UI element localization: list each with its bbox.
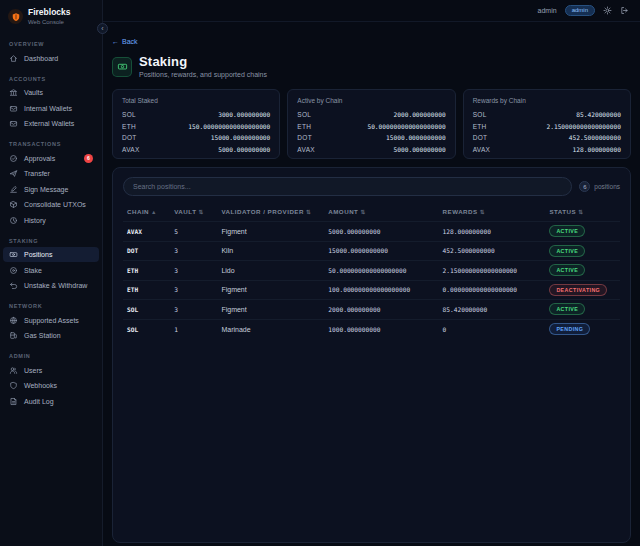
positions-count-badge: 6: [579, 181, 590, 192]
amount-cell: 5000.000000000: [324, 222, 438, 242]
search-row: 6 positions: [123, 177, 620, 196]
position-row[interactable]: DOT 3 Kiln 15000.0000000000 452.50000000…: [123, 241, 620, 261]
sidebar-item-external-wallets[interactable]: External Wallets: [3, 116, 99, 132]
sidebar-section-label: ADMIN: [0, 349, 102, 362]
shield-icon: [9, 381, 18, 390]
card-title: Total Staked: [122, 97, 270, 104]
sidebar-item-vaults[interactable]: Vaults: [3, 85, 99, 101]
sort-icon: ⇅: [578, 209, 583, 215]
sidebar-item-label: Transfer: [24, 170, 50, 177]
banknote-icon: [9, 250, 18, 259]
back-arrow-icon: ←: [112, 38, 119, 45]
vault-cell: 3: [170, 261, 217, 281]
card-row-eth: ETH 50.000000000000000000: [297, 121, 445, 133]
amount-cell: 2000.000000000: [324, 300, 438, 320]
edit-icon: [9, 185, 18, 194]
asset-value: 2000.000000000: [394, 109, 446, 121]
column-header-vault[interactable]: VAULT⇅: [170, 203, 217, 222]
status-cell: DEACTIVATING: [545, 280, 620, 300]
card-row-sol: SOL 2000.000000000: [297, 109, 445, 121]
sidebar-item-consolidate-utxos[interactable]: Consolidate UTXOs: [3, 197, 99, 213]
sidebar-item-transfer[interactable]: Transfer: [3, 166, 99, 182]
sidebar-section-transactions: TRANSACTIONS Approvals 6 Transfer Sign M…: [0, 137, 102, 228]
history-icon: [9, 216, 18, 225]
sidebar-item-label: Dashboard: [24, 55, 58, 62]
status-badge: ACTIVE: [549, 225, 585, 237]
column-header-chain[interactable]: CHAIN▲: [123, 203, 170, 222]
asset-label: DOT: [473, 132, 488, 144]
search-input[interactable]: [123, 177, 572, 196]
sidebar-item-supported-assets[interactable]: Supported Assets: [3, 312, 99, 328]
asset-value: 15000.0000000000: [386, 132, 446, 144]
sidebar-item-internal-wallets[interactable]: Internal Wallets: [3, 100, 99, 116]
logout-icon[interactable]: [620, 6, 629, 15]
asset-value: 5000.000000000: [218, 144, 270, 156]
approvals-count-badge: 6: [84, 154, 93, 163]
card-row-avax: AVAX 5000.000000000: [297, 144, 445, 156]
topbar: admin admin: [103, 0, 640, 22]
validator-cell: Marinade: [217, 319, 324, 339]
sidebar-item-dashboard[interactable]: Dashboard: [3, 50, 99, 66]
chain-cell: SOL: [123, 319, 170, 339]
back-link[interactable]: ← Back: [112, 38, 138, 45]
sidebar-item-users[interactable]: Users: [3, 362, 99, 378]
card-row-sol: SOL 3000.000000000: [122, 109, 270, 121]
summary-cards: Total Staked SOL 3000.000000000 ETH 150.…: [112, 89, 631, 159]
page-subtitle: Positions, rewards, and supported chains: [139, 71, 267, 78]
validator-cell: Figment: [217, 280, 324, 300]
status-cell: ACTIVE: [545, 261, 620, 281]
rewards-cell: 85.420000000: [439, 300, 546, 320]
asset-label: AVAX: [122, 144, 140, 156]
sort-icon: ⇅: [480, 209, 485, 215]
column-header-rewards[interactable]: REWARDS⇅: [439, 203, 546, 222]
status-badge: DEACTIVATING: [549, 284, 607, 296]
position-row[interactable]: AVAX 5 Figment 5000.000000000 128.000000…: [123, 222, 620, 242]
position-row[interactable]: ETH 3 Figment 100.000000000000000000 0.0…: [123, 280, 620, 300]
theme-toggle-icon[interactable]: [603, 6, 612, 15]
sidebar-item-gas-station[interactable]: Gas Station: [3, 328, 99, 344]
page-header: Staking Positions, rewards, and supporte…: [112, 55, 631, 78]
sidebar-item-unstake-withdraw[interactable]: Unstake & Withdraw: [3, 278, 99, 294]
column-header-amount[interactable]: AMOUNT⇅: [324, 203, 438, 222]
vault-cell: 5: [170, 222, 217, 242]
position-row[interactable]: ETH 3 Lido 50.000000000000000000 2.15000…: [123, 261, 620, 281]
back-label: Back: [122, 38, 138, 45]
validator-cell: Figment: [217, 300, 324, 320]
asset-label: ETH: [473, 121, 487, 133]
amount-cell: 15000.0000000000: [324, 241, 438, 261]
sidebar-item-label: Users: [24, 367, 42, 374]
column-header-validator-provider[interactable]: VALIDATOR / PROVIDER⇅: [217, 203, 324, 222]
asset-label: SOL: [473, 109, 487, 121]
amount-cell: 50.000000000000000000: [324, 261, 438, 281]
asset-value: 452.5000000000: [569, 132, 621, 144]
sidebar-item-approvals[interactable]: Approvals 6: [3, 150, 99, 166]
table-header-row: CHAIN▲ VAULT⇅ VALIDATOR / PROVIDER⇅ AMOU…: [123, 203, 620, 222]
sidebar-item-label: Gas Station: [24, 332, 61, 339]
sort-icon: ⇅: [360, 209, 365, 215]
box-icon: [9, 200, 18, 209]
page-title: Staking: [139, 55, 267, 69]
sidebar-item-positions[interactable]: Positions: [3, 247, 99, 263]
card-row-dot: DOT 15000.0000000000: [122, 132, 270, 144]
status-badge: ACTIVE: [549, 303, 585, 315]
sidebar-item-history[interactable]: History: [3, 212, 99, 228]
position-row[interactable]: SOL 3 Figment 2000.000000000 85.42000000…: [123, 300, 620, 320]
position-row[interactable]: SOL 1 Marinade 1000.000000000 0 PENDING: [123, 319, 620, 339]
status-cell: PENDING: [545, 319, 620, 339]
sidebar-item-webhooks[interactable]: Webhooks: [3, 378, 99, 394]
sort-icon: ▲: [151, 209, 157, 215]
sidebar-item-sign-message[interactable]: Sign Message: [3, 181, 99, 197]
sidebar-item-audit-log[interactable]: Audit Log: [3, 393, 99, 409]
card-total-staked: Total Staked SOL 3000.000000000 ETH 150.…: [112, 89, 280, 159]
fuel-icon: [9, 331, 18, 340]
sidebar-section-staking: STAKING Positions Stake Unstake & Withdr…: [0, 234, 102, 294]
sidebar-collapse-button[interactable]: ‹: [97, 23, 108, 34]
sidebar-item-label: Vaults: [24, 89, 43, 96]
card-row-avax: AVAX 128.000000000: [473, 144, 621, 156]
column-header-status[interactable]: STATUS⇅: [545, 203, 620, 222]
sidebar-item-stake[interactable]: Stake: [3, 262, 99, 278]
chain-cell: AVAX: [123, 222, 170, 242]
vault-cell: 3: [170, 300, 217, 320]
card-title: Active by Chain: [297, 97, 445, 104]
rewards-cell: 2.150000000000000000: [439, 261, 546, 281]
